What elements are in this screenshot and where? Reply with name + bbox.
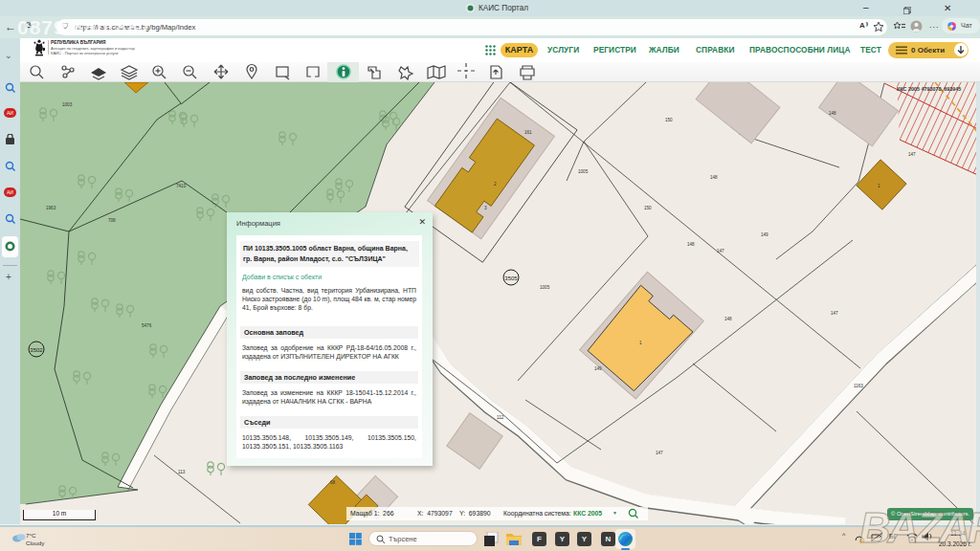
svg-text:1: 1 xyxy=(639,341,642,345)
svg-text:148: 148 xyxy=(829,111,836,116)
svg-text:3502: 3502 xyxy=(30,347,43,353)
svg-text:149: 149 xyxy=(761,232,768,237)
svg-text:68: 68 xyxy=(330,480,336,485)
svg-text:147: 147 xyxy=(656,451,663,455)
svg-text:113: 113 xyxy=(178,470,186,474)
svg-text:150: 150 xyxy=(665,118,673,122)
svg-text:5476: 5476 xyxy=(142,323,152,328)
svg-text:147: 147 xyxy=(908,152,916,157)
svg-text:1005: 1005 xyxy=(540,285,550,290)
svg-text:3: 3 xyxy=(484,206,487,210)
svg-text:147: 147 xyxy=(831,311,838,316)
svg-text:1: 1 xyxy=(878,184,880,188)
svg-text:1163: 1163 xyxy=(854,384,863,388)
svg-text:161: 161 xyxy=(524,130,532,135)
svg-text:148: 148 xyxy=(687,242,695,247)
svg-text:ККС 2005 4793078, 693945: ККС 2005 4793078, 693945 xyxy=(897,86,961,92)
svg-text:148: 148 xyxy=(724,317,732,321)
svg-text:149: 149 xyxy=(594,366,602,371)
svg-text:7410: 7410 xyxy=(176,184,187,188)
svg-text:1963: 1963 xyxy=(46,206,56,210)
svg-text:708: 708 xyxy=(108,218,116,223)
svg-text:112: 112 xyxy=(497,415,504,420)
svg-text:3505: 3505 xyxy=(504,276,518,281)
svg-text:150: 150 xyxy=(644,206,652,210)
svg-text:2: 2 xyxy=(494,182,497,187)
svg-text:1005: 1005 xyxy=(578,169,589,174)
svg-text:1003: 1003 xyxy=(62,102,73,107)
svg-text:147: 147 xyxy=(717,249,724,253)
svg-text:148: 148 xyxy=(710,175,718,180)
